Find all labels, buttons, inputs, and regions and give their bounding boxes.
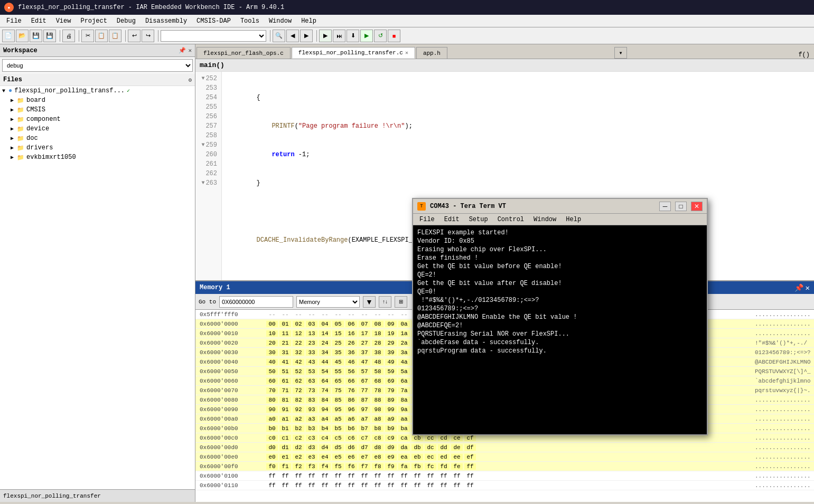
terminal-maximize-btn[interactable]: □ bbox=[675, 202, 687, 211]
mem-byte-5-4: 44 bbox=[319, 359, 331, 365]
menu-debug[interactable]: Debug bbox=[113, 16, 140, 26]
tab-close-polling[interactable]: ✕ bbox=[405, 50, 408, 56]
tab-overflow-btn[interactable]: ▾ bbox=[614, 47, 627, 59]
mem-byte-14-9: d9 bbox=[385, 444, 397, 451]
build-config-dropdown[interactable] bbox=[161, 30, 266, 42]
new-btn[interactable]: 📄 bbox=[2, 30, 15, 42]
tree-board[interactable]: ▶ 📁 board bbox=[0, 96, 195, 105]
tree-cmsis[interactable]: ▶ 📁 CMSIS bbox=[0, 105, 195, 115]
tab-polling-transfer[interactable]: flexspi_nor_polling_transfer.c ✕ bbox=[292, 47, 415, 59]
mem-byte-11-2: a2 bbox=[293, 416, 304, 422]
linenum-253: 253 bbox=[195, 83, 221, 93]
copy-btn[interactable]: 📋 bbox=[95, 30, 108, 42]
mem-byte-10-7: 97 bbox=[359, 406, 370, 413]
terminal-minimize-btn[interactable]: ─ bbox=[659, 202, 671, 211]
terminal-content: FLEXSPI example started!Vendor ID: 0x85E… bbox=[413, 225, 707, 434]
menu-window[interactable]: Window bbox=[265, 16, 296, 26]
tree-doc[interactable]: ▶ 📁 doc bbox=[0, 134, 195, 143]
menu-file[interactable]: File bbox=[2, 16, 26, 26]
mem-byte-13-14: ce bbox=[451, 435, 463, 441]
mem-byte-0-10: -- bbox=[398, 311, 410, 318]
term-menu-edit[interactable]: Edit bbox=[440, 215, 464, 224]
mem-byte-11-8: a8 bbox=[372, 416, 383, 422]
save-btn[interactable]: 💾 bbox=[30, 30, 42, 42]
mem-bytes-13: c0c1c2c3c4c5c6c7c8c9cacbcccdcecf bbox=[264, 435, 751, 441]
undo-btn[interactable]: ↩ bbox=[128, 30, 141, 42]
mem-byte-15-5: e5 bbox=[332, 454, 344, 460]
paste-btn[interactable]: 📋 bbox=[109, 30, 121, 42]
mem-byte-7-6: 66 bbox=[345, 378, 357, 384]
menu-cmsis-dap[interactable]: CMSIS-DAP bbox=[192, 16, 235, 26]
workspace-close-btn[interactable]: ✕ bbox=[188, 47, 192, 54]
memory-type-select[interactable]: Memory bbox=[296, 296, 360, 308]
menu-help[interactable]: Help bbox=[297, 16, 321, 26]
mem-byte-1-0: 00 bbox=[266, 321, 278, 327]
mem-ascii-9: ................ bbox=[751, 397, 814, 403]
menu-edit[interactable]: Edit bbox=[27, 16, 51, 26]
mem-byte-5-8: 48 bbox=[372, 359, 383, 365]
tree-component[interactable]: ▶ 📁 component bbox=[0, 115, 195, 124]
tab-flash-ops[interactable]: flexspi_nor_flash_ops.c bbox=[197, 47, 291, 59]
mem-byte-7-0: 60 bbox=[266, 378, 278, 384]
menu-tools[interactable]: Tools bbox=[236, 16, 264, 26]
nav-back-btn[interactable]: ◀ bbox=[286, 30, 299, 42]
mem-byte-18-6: ff bbox=[345, 482, 357, 489]
mem-byte-16-6: f6 bbox=[345, 463, 357, 470]
tree-arrow-project: ▼ bbox=[2, 88, 8, 94]
term-menu-control[interactable]: Control bbox=[493, 215, 528, 224]
folder-icon-doc: 📁 bbox=[17, 135, 24, 142]
menu-disassembly[interactable]: Disassembly bbox=[141, 16, 191, 26]
files-settings-btn[interactable]: ⚙ bbox=[188, 77, 192, 83]
tree-project[interactable]: ▼ ● flexspi_nor_polling_transf... ✓ bbox=[0, 86, 195, 96]
mem-byte-4-2: 32 bbox=[293, 349, 304, 356]
linenum-260: 260 bbox=[195, 150, 221, 159]
mem-addr-14: 0x6000'00d0 bbox=[195, 444, 264, 451]
mem-refresh-btn[interactable]: ↑↓ bbox=[379, 296, 391, 308]
open-btn[interactable]: 📂 bbox=[16, 30, 29, 42]
goto-input[interactable] bbox=[219, 296, 293, 308]
term-line-14: pqrstuProgram data - successfully. bbox=[417, 347, 703, 355]
mem-layout-btn[interactable]: ⊞ bbox=[395, 296, 407, 308]
debug-config-dropdown[interactable]: debug bbox=[2, 59, 193, 72]
project-check-icon: ✓ bbox=[127, 88, 130, 94]
nav-fwd-btn[interactable]: ▶ bbox=[300, 30, 313, 42]
save-all-btn[interactable]: 💾 bbox=[43, 30, 56, 42]
stop-btn[interactable]: ■ bbox=[388, 30, 400, 42]
mem-scroll-btn[interactable]: ▼ bbox=[363, 296, 376, 308]
mem-byte-14-15: df bbox=[464, 444, 476, 451]
run-btn[interactable]: ▶ bbox=[360, 30, 373, 42]
memory-pin-btn[interactable]: 📌 bbox=[794, 283, 803, 292]
redo-btn[interactable]: ↪ bbox=[142, 30, 154, 42]
mem-byte-1-2: 02 bbox=[293, 321, 304, 327]
tab-app-h[interactable]: app.h bbox=[416, 47, 447, 59]
step-over-btn[interactable]: ⏭ bbox=[333, 30, 345, 42]
mem-byte-7-9: 69 bbox=[385, 378, 397, 384]
menu-project[interactable]: Project bbox=[76, 16, 111, 26]
term-menu-help[interactable]: Help bbox=[562, 215, 585, 224]
step-into-btn[interactable]: ⬇ bbox=[347, 30, 359, 42]
mem-byte-13-13: cd bbox=[438, 435, 450, 441]
term-menu-window[interactable]: Window bbox=[529, 215, 560, 224]
tree-drivers[interactable]: ▶ 📁 drivers bbox=[0, 143, 195, 153]
sep5 bbox=[268, 30, 270, 42]
tree-device[interactable]: ▶ 📁 device bbox=[0, 124, 195, 134]
term-menu-file[interactable]: File bbox=[415, 215, 439, 224]
menu-view[interactable]: View bbox=[52, 16, 76, 26]
mem-byte-17-15: ff bbox=[464, 473, 476, 479]
cut-btn[interactable]: ✂ bbox=[81, 30, 94, 42]
mem-byte-10-5: 95 bbox=[332, 406, 344, 413]
print-btn[interactable]: 🖨 bbox=[62, 30, 75, 42]
code-line-253: PRINTF("Page program failure !\r\n"); bbox=[226, 121, 810, 131]
debug-btn[interactable]: ▶ bbox=[319, 30, 332, 42]
mem-byte-15-2: e2 bbox=[293, 454, 304, 460]
workspace-pin-btn[interactable]: 📌 bbox=[179, 47, 186, 54]
mem-byte-10-8: 98 bbox=[372, 406, 383, 413]
mem-byte-4-6: 36 bbox=[345, 349, 357, 356]
tree-evkb[interactable]: ▶ 📁 evkbimxrt1050 bbox=[0, 153, 195, 162]
term-menu-setup[interactable]: Setup bbox=[465, 215, 492, 224]
mem-byte-3-8: 28 bbox=[372, 340, 383, 346]
reset-btn[interactable]: ↺ bbox=[374, 30, 387, 42]
memory-close-btn[interactable]: ✕ bbox=[806, 283, 810, 292]
search-btn[interactable]: 🔍 bbox=[273, 30, 285, 42]
terminal-close-btn[interactable]: ✕ bbox=[691, 202, 703, 211]
